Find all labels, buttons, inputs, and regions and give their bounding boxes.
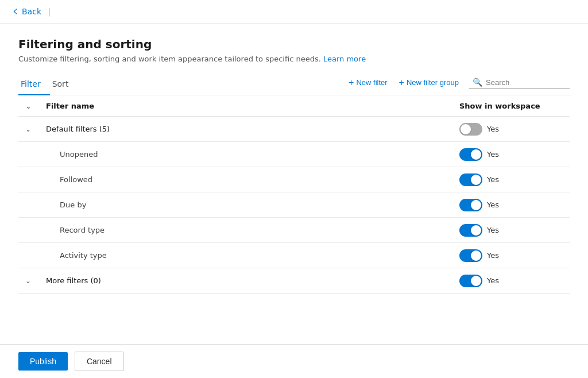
back-label: Back <box>22 7 41 16</box>
table-row: ⌄ More filters (0) Yes <box>18 268 570 294</box>
table-row: Record type Yes <box>18 218 570 243</box>
table-row: Activity type Yes <box>18 243 570 268</box>
page-title: Filtering and sorting <box>18 37 570 51</box>
table-row: Unopened Yes <box>18 142 570 167</box>
top-divider: | <box>48 7 51 16</box>
table-row: ⌄ Default filters (5) Yes <box>18 117 570 142</box>
plus-icon-group: + <box>399 78 404 88</box>
learn-more-link[interactable]: Learn more <box>323 55 366 63</box>
filter-name-activity-type: Activity type <box>46 251 459 260</box>
toggle-activity-type-switch[interactable] <box>459 249 482 262</box>
publish-button[interactable]: Publish <box>18 352 68 371</box>
table-row: Followed Yes <box>18 167 570 192</box>
toggle-more-filters: Yes <box>459 275 563 287</box>
filter-name-followed: Followed <box>46 175 459 184</box>
toggle-record-type-switch[interactable] <box>459 224 482 237</box>
page-subtitle: Customize filtering, sorting and work it… <box>18 55 570 63</box>
filter-name-due-by: Due by <box>46 200 459 209</box>
toggle-more-filters-switch[interactable] <box>459 275 482 287</box>
tabs-toolbar: Filter Sort + New filter + New filter gr… <box>18 75 570 95</box>
col-name-header: Filter name <box>46 102 459 110</box>
top-bar: Back | <box>0 0 588 24</box>
new-filter-group-button[interactable]: + New filter group <box>393 75 465 90</box>
back-button[interactable]: Back <box>11 7 41 16</box>
toggle-unopened: Yes <box>459 148 563 161</box>
toggle-followed-switch[interactable] <box>459 173 482 186</box>
table-header: ⌄ Filter name Show in workspace <box>18 95 570 117</box>
toggle-activity-type: Yes <box>459 249 563 262</box>
search-input[interactable] <box>486 78 566 87</box>
search-container: 🔍 <box>469 76 570 88</box>
toggle-default: Yes <box>459 123 563 136</box>
chevron-expand-more[interactable]: ⌄ <box>25 277 31 285</box>
cancel-button[interactable]: Cancel <box>75 352 124 371</box>
tab-filter[interactable]: Filter <box>18 75 50 95</box>
toggle-followed: Yes <box>459 173 563 186</box>
filter-name-record-type: Record type <box>46 226 459 234</box>
filter-name-default: Default filters (5) <box>46 125 459 133</box>
main-content: Filtering and sorting Customize filterin… <box>0 24 588 344</box>
toggle-due-by: Yes <box>459 199 563 211</box>
tabs-left: Filter Sort <box>18 75 343 95</box>
table-row: Due by Yes <box>18 192 570 218</box>
toggle-unopened-switch[interactable] <box>459 148 482 161</box>
toggle-record-type: Yes <box>459 224 563 237</box>
toggle-default-filters[interactable] <box>459 123 482 136</box>
plus-icon: + <box>349 78 354 88</box>
toggle-due-by-switch[interactable] <box>459 199 482 211</box>
tabs-right: + New filter + New filter group 🔍 <box>343 75 570 95</box>
new-filter-button[interactable]: + New filter <box>343 75 393 90</box>
search-icon: 🔍 <box>473 78 482 87</box>
col-show-header: Show in workspace <box>459 102 563 110</box>
filter-name-unopened: Unopened <box>46 150 459 159</box>
filter-name-more: More filters (0) <box>46 276 459 285</box>
chevron-expand-default[interactable]: ⌄ <box>25 125 31 133</box>
tab-sort[interactable]: Sort <box>50 75 78 95</box>
filter-table: ⌄ Filter name Show in workspace ⌄ Defaul… <box>18 95 570 344</box>
footer: Publish Cancel <box>0 344 588 378</box>
header-expand-icon: ⌄ <box>25 102 32 110</box>
